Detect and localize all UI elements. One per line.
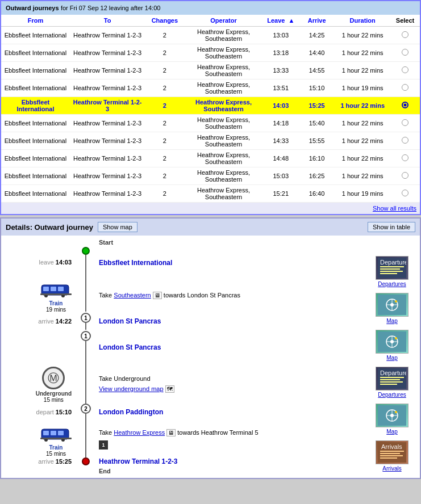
departures2-label[interactable]: Departures xyxy=(378,392,406,398)
table-row[interactable]: Ebbsfleet InternationalHeathrow Terminal… xyxy=(1,150,420,167)
departures1-label[interactable]: Departures xyxy=(378,281,406,287)
paddington-link[interactable]: London Paddington xyxy=(99,408,163,416)
line4 xyxy=(85,341,86,364)
arrivals-label[interactable]: Arrivals xyxy=(382,465,401,472)
ebbsfleet-node xyxy=(82,247,90,255)
table-row[interactable]: Ebbsfleet InternationalHeathrow Terminal… xyxy=(1,44,420,62)
stpancras1-link[interactable]: London St Pancras xyxy=(99,317,161,325)
train2-icon xyxy=(40,426,72,443)
col-to-header[interactable]: To xyxy=(70,15,145,27)
departures1-icon[interactable]: Departures xyxy=(376,256,409,280)
select-radio[interactable] xyxy=(402,137,409,144)
svg-rect-9 xyxy=(51,431,56,435)
col-operator-header[interactable]: Operator xyxy=(184,15,262,27)
show-all-results-bar: Show all results xyxy=(1,203,420,214)
svg-rect-16 xyxy=(380,266,404,267)
underground-block: Ⓜ Underground 15 mins Take Underground V… xyxy=(3,364,366,404)
show-all-results-link[interactable]: Show all results xyxy=(373,205,416,212)
col-from-header[interactable]: From xyxy=(1,15,70,27)
col-arrive-header[interactable]: Arrive xyxy=(299,15,335,27)
select-radio[interactable] xyxy=(402,172,409,179)
he-icon: 🖥 xyxy=(166,429,176,436)
svg-rect-17 xyxy=(380,268,400,270)
details-header: Details: Outward journey Show map Show i… xyxy=(1,219,420,236)
table-row[interactable]: Ebbsfleet InternationalHeathrow Terminal… xyxy=(1,62,420,79)
map3-icon[interactable] xyxy=(376,404,409,427)
select-radio[interactable] xyxy=(402,154,409,161)
heathrow-express-link[interactable]: Heathrow Express xyxy=(114,429,165,436)
paddington-row: depart 15:10 2 London Paddington xyxy=(3,404,366,421)
select-radio[interactable] xyxy=(402,190,409,196)
arrivals-icon[interactable]: Arrivals xyxy=(376,440,409,464)
journeys-title: Outward journeys xyxy=(6,5,59,11)
col-select-header: Select xyxy=(390,15,420,27)
paddington-depart-time: 15:10 xyxy=(56,409,72,415)
select-radio[interactable] xyxy=(402,49,409,56)
svg-rect-35 xyxy=(380,379,400,380)
map1-icon[interactable] xyxy=(376,293,409,317)
underground-label: Underground xyxy=(36,390,72,397)
select-radio[interactable] xyxy=(402,31,409,38)
col-duration-header[interactable]: Duration xyxy=(335,15,390,27)
underground-instruction: Take Underground xyxy=(99,375,366,382)
end-label-row: End xyxy=(3,468,366,474)
underground-map-link[interactable]: View underground map xyxy=(99,385,164,392)
departures2-box: Departures Departures xyxy=(374,367,411,398)
map2-box: Map xyxy=(374,330,411,361)
table-row[interactable]: Ebbsfleet InternationalHeathrow Terminal… xyxy=(1,115,420,132)
select-radio[interactable] xyxy=(402,66,409,73)
show-map-button[interactable]: Show map xyxy=(98,222,137,232)
departures1-box: Departures Departures xyxy=(374,256,411,287)
table-row[interactable]: Ebbsfleet InternationalHeathrow Terminal… xyxy=(1,185,420,203)
ebbsfleet-link[interactable]: Ebbsfleet International xyxy=(99,259,172,267)
select-radio[interactable] xyxy=(402,119,409,126)
start-label: Start xyxy=(99,239,113,246)
table-row[interactable]: Ebbsfleet InternationalHeathrow Terminal… xyxy=(1,132,420,150)
stpancras1-node: 1 xyxy=(81,313,91,323)
train1-block: Train 19 mins Take Southeastern 🖥 toward… xyxy=(3,278,366,313)
table-row[interactable]: Ebbsfleet InternationalHeathrow Terminal… xyxy=(1,27,420,44)
line3 xyxy=(85,323,86,330)
southeastern-link[interactable]: Southeastern xyxy=(114,292,151,299)
depart-label: depart xyxy=(36,409,56,415)
departures2-icon[interactable]: Departures xyxy=(376,367,409,390)
select-radio[interactable] xyxy=(402,84,409,91)
line5 xyxy=(85,364,86,404)
underground-duration: 15 mins xyxy=(36,397,72,403)
select-radio[interactable] xyxy=(402,102,409,108)
stpancras1-row: arrive 14:22 1 London St Pancras xyxy=(3,313,366,330)
map1-label[interactable]: Map xyxy=(386,318,397,324)
svg-point-43 xyxy=(395,411,397,413)
line1 xyxy=(85,255,86,278)
train2-block: Train 15 mins Take Heathrow Express 🖥 to… xyxy=(3,421,366,457)
journey-detail-section: Details: Outward journey Show map Show i… xyxy=(0,217,421,479)
train1-icon xyxy=(40,282,72,299)
terminal-badge: 1 xyxy=(99,440,108,450)
svg-rect-2 xyxy=(51,287,56,291)
table-row[interactable]: Ebbsfleet InternationalHeathrow Terminal… xyxy=(1,79,420,97)
sort-arrow-icon: ▲ xyxy=(288,17,294,24)
map2-icon[interactable] xyxy=(376,330,409,354)
svg-rect-13 xyxy=(40,438,72,439)
stpancras2-row: 1 London St Pancras xyxy=(3,331,366,364)
map2-label[interactable]: Map xyxy=(386,355,397,361)
table-row[interactable]: Ebbsfleet InternationalHeathrow Terminal… xyxy=(1,97,420,115)
train1-label: Train xyxy=(40,300,72,306)
svg-rect-8 xyxy=(43,431,49,435)
timeline: Start leave 14:03 Ebbsfleet Internationa… xyxy=(3,239,366,474)
end-label: End xyxy=(99,468,111,474)
departures-img2: Departures xyxy=(378,368,406,389)
heathrow-link[interactable]: Heathrow Terminal 1-2-3 xyxy=(99,457,177,465)
stpancras2-link[interactable]: London St Pancras xyxy=(99,343,161,351)
map3-label[interactable]: Map xyxy=(386,429,397,435)
show-table-button[interactable]: Show in table xyxy=(368,222,415,232)
col-changes-header[interactable]: Changes xyxy=(145,15,184,27)
col-leave-header[interactable]: Leave ▲ xyxy=(263,15,299,27)
svg-rect-48 xyxy=(380,455,403,456)
stpancras2-node: 1 xyxy=(81,331,91,341)
table-row[interactable]: Ebbsfleet InternationalHeathrow Terminal… xyxy=(1,167,420,185)
ebbsfleet-leave-time: 14:03 xyxy=(56,259,72,266)
journey-header: Outward journeys for Fri 07 Sep 12 leavi… xyxy=(1,1,420,15)
paddington-node: 2 xyxy=(81,404,91,414)
map-img3 xyxy=(378,405,406,426)
